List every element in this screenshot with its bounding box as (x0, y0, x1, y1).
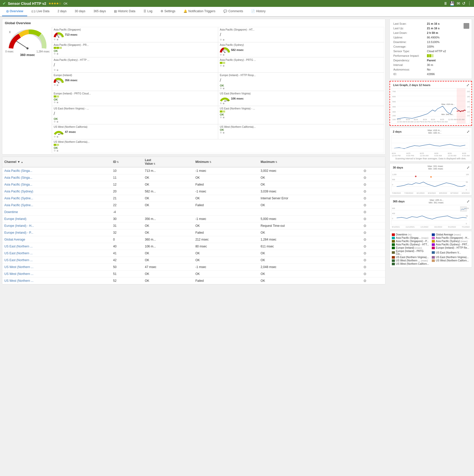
channel-link[interactable]: US East (Northern ... (4, 258, 33, 262)
channel-link[interactable]: Asia Pacific (Singa... (4, 176, 32, 179)
tab-comments[interactable]: 💬 Comments (219, 7, 247, 16)
graph-expand-2days-icon[interactable]: ⤢ (467, 130, 470, 134)
checkmark-icon: ✔ (3, 1, 6, 6)
max-cell: OK (258, 181, 361, 188)
legend-color (392, 243, 395, 246)
refresh-icon[interactable]: ↺ (462, 1, 465, 6)
channel-link[interactable]: Asia Pacific (Singa... (4, 183, 32, 186)
svg-text:300: 300 (392, 111, 396, 113)
channel-link[interactable]: US West (Northern ... (4, 279, 33, 283)
gear-icon[interactable]: ⚙ (363, 210, 367, 214)
col-id[interactable]: ID (111, 157, 143, 167)
channel-link[interactable]: Global Average (4, 238, 25, 241)
gear-icon[interactable]: ⚙ (363, 224, 367, 228)
channel-link[interactable]: US East (Northern ... (4, 251, 33, 255)
gear-icon[interactable]: ⚙ (363, 183, 367, 187)
tab-30days[interactable]: 30 days (71, 7, 90, 16)
svg-point-4 (58, 37, 59, 38)
channel-link[interactable]: Asia Pacific (Sydney) (4, 190, 33, 193)
channel-link[interactable]: US West (Northern ... (4, 265, 33, 269)
col-minimum[interactable]: Minimum (193, 157, 258, 167)
tab-notification-triggers[interactable]: 🔔 Notification Triggers (179, 7, 219, 16)
channel-link[interactable]: Europe (Ireland) (4, 217, 26, 221)
gear-icon[interactable]: ⚙ (363, 217, 367, 221)
history-icon: 📄 (251, 9, 255, 13)
gear-icon[interactable]: ⚙ (363, 265, 367, 269)
action-cell: ⚙ (361, 229, 385, 236)
pause-icon[interactable]: ⏸ (443, 1, 448, 6)
max-cell: OK (258, 277, 361, 284)
gear-icon[interactable]: ⚙ (363, 169, 367, 173)
interval-value: 30 m (426, 63, 469, 67)
tab-365days[interactable]: 365 days (90, 7, 110, 16)
channel-link[interactable]: Asia Pacific (Sydne... (4, 203, 33, 207)
graph-expand-365days-icon[interactable]: ⤢ (467, 199, 470, 203)
gear-icon[interactable]: ⚙ (363, 279, 367, 283)
gauge-label: Asia Pacific (Sydney) - PRTG ... (220, 59, 382, 61)
id-cell: 40 (111, 243, 143, 250)
svg-text:0: 0 (392, 184, 393, 186)
channel-link[interactable]: US West (Northern ... (4, 272, 33, 276)
gear-icon[interactable]: ⚙ (363, 203, 367, 207)
legend-label: US East (Northern V... (436, 251, 461, 254)
gear-icon[interactable]: ⚙ (363, 231, 367, 235)
gear-icon[interactable]: ⚙ (363, 251, 367, 255)
svg-text:120: 120 (467, 111, 470, 113)
qr-icon: ▦ (463, 21, 470, 30)
tab-log[interactable]: ☰ Log (139, 7, 156, 16)
gauge-icons: ⚙ ◉ (220, 131, 382, 134)
id-cell: 31 (111, 222, 143, 229)
channels-table: Channel ▼ ID LastValue Minimum Maximum A… (2, 157, 385, 284)
channel-cell: Downtime (2, 209, 111, 216)
tab-live-data[interactable]: ((·)) Live Data (27, 7, 53, 16)
min-cell: -1 msec (193, 264, 258, 271)
channel-link[interactable]: Asia Pacific (Sydne... (4, 197, 33, 200)
table-row: Asia Pacific (Singa... 10 713 m... -1 ms… (2, 167, 385, 174)
tab-history[interactable]: 📄 History (247, 7, 269, 16)
gauge-value: 106 msec (231, 97, 244, 100)
legend-color (392, 233, 395, 236)
col-actions (361, 157, 385, 167)
gear-icon[interactable]: ⚙ (363, 237, 367, 242)
last-value-cell: 356 m... (143, 216, 193, 222)
graph-expand-30days-icon[interactable]: ⤢ (467, 165, 470, 170)
mail-icon[interactable]: ✉ (457, 1, 460, 6)
gear-icon[interactable]: ⚙ (363, 176, 367, 180)
id-label: ID: (392, 72, 425, 76)
max-cell: 611 msec (258, 243, 361, 250)
tab-settings[interactable]: ⚙ Settings (156, 7, 179, 16)
action-cell: ⚙ (361, 222, 385, 229)
tab-historic-data[interactable]: ▤ Historic Data (110, 7, 139, 16)
legend-color (392, 256, 395, 259)
channel-link[interactable]: Asia Pacific (Singa... (4, 169, 32, 173)
graph-expand-icon[interactable]: ⤢ (466, 83, 469, 87)
channel-cell: Europe (Ireland) - H... (2, 222, 111, 229)
gear-icon[interactable]: ⚙ (363, 272, 367, 276)
col-maximum[interactable]: Maximum (258, 157, 361, 167)
sensor-info-card: ▦ Last Scan: 21 m 16 s Last Up: 21 m 16 … (390, 19, 472, 79)
last-value-cell: OK (143, 195, 193, 202)
legend-item: Global Average (msec) (432, 233, 470, 236)
legend-label: Asia Pacific (Singapore) - P... (396, 240, 429, 243)
channel-link[interactable]: Europe (Ireland) - H... (4, 224, 34, 228)
gear-icon[interactable]: ⚙ (363, 189, 367, 193)
channel-link[interactable]: Europe (Ireland) - P... (4, 231, 33, 234)
col-channel[interactable]: Channel ▼ (2, 157, 111, 167)
svg-rect-38 (392, 171, 470, 191)
gear-icon[interactable]: ⚙ (363, 244, 367, 248)
more-icon[interactable]: ⋮ (467, 1, 471, 6)
col-last-value[interactable]: LastValue (143, 157, 193, 167)
channel-cell: Asia Pacific (Singa... (2, 174, 111, 181)
tab-2days[interactable]: 2 days (53, 7, 70, 16)
channel-link[interactable]: US East (Northern ... (4, 245, 33, 248)
tab-overview[interactable]: ◎ Overview (2, 7, 27, 16)
live-graph-title: Live Graph, 2 days 12 hours (392, 83, 432, 87)
svg-text:200: 200 (467, 90, 470, 93)
gear-icon[interactable]: ⚙ (363, 196, 367, 200)
min-cell: OK (193, 195, 258, 202)
gear-icon[interactable]: ⚙ (363, 258, 367, 262)
last-value-cell: 713 m... (143, 167, 193, 174)
channel-link[interactable]: Downtime (4, 210, 18, 214)
svg-text:800: 800 (392, 207, 395, 209)
save-icon[interactable]: 💾 (450, 1, 455, 6)
